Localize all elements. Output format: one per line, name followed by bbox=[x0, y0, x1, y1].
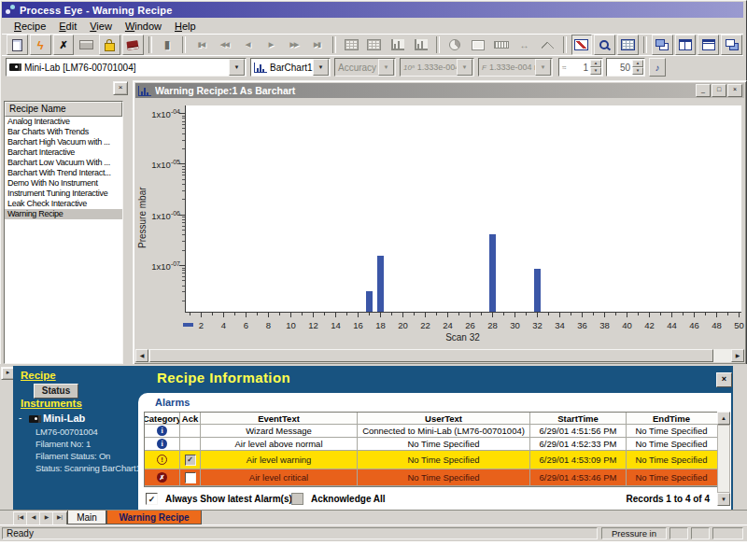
title-bar[interactable]: Process Eye - Warning Recipe bbox=[2, 2, 743, 18]
audio-alert-button[interactable]: ♪ bbox=[649, 58, 666, 77]
alarm-end-cell: No Time Specified bbox=[627, 438, 716, 450]
first-mass-spinner[interactable]: ≈ 1 ▲▼ bbox=[558, 58, 603, 77]
next-scan-button: ▶ bbox=[261, 35, 282, 55]
zoom-button[interactable] bbox=[594, 35, 615, 55]
help-book-button[interactable] bbox=[122, 35, 144, 55]
x-tick-label: 32 bbox=[529, 320, 545, 330]
last-mass-updown[interactable]: ▲▼ bbox=[632, 60, 643, 75]
lock-button[interactable] bbox=[99, 35, 120, 55]
recipe-list-item[interactable]: Bar Charts With Trends bbox=[5, 127, 122, 137]
first-mass-updown[interactable]: ▲▼ bbox=[590, 60, 601, 75]
ack-checkbox[interactable] bbox=[185, 472, 196, 483]
tree-node-minilab[interactable]: Mini-Lab bbox=[43, 413, 85, 424]
column-header-endtime[interactable]: EndTime bbox=[627, 413, 716, 424]
tab-warning-recipe[interactable]: Warning Recipe bbox=[106, 511, 202, 525]
column-header-eventtext[interactable]: EventText bbox=[201, 413, 358, 424]
alarms-scroll-up-icon[interactable]: ▲ bbox=[717, 412, 730, 425]
alarm-ack-cell[interactable] bbox=[180, 469, 201, 485]
tab-main[interactable]: Main bbox=[67, 511, 106, 525]
stop-recipe-button[interactable]: ✗ bbox=[53, 35, 75, 55]
tile-vertical-button[interactable] bbox=[675, 35, 697, 55]
x-tick bbox=[660, 313, 661, 315]
recipe-list-item[interactable]: Barchart Interactive bbox=[5, 147, 122, 158]
tab-last-icon[interactable]: ▶| bbox=[52, 511, 67, 525]
recipe-list-item[interactable]: Barchart With Trend Interact... bbox=[5, 168, 122, 178]
fullscale-dropdown: ▼ bbox=[535, 59, 551, 76]
recipe-list-item[interactable]: Barchart Low Vacuum With ... bbox=[5, 158, 122, 168]
y-minor-tick bbox=[182, 219, 185, 220]
scroll-right-icon[interactable]: ▶ bbox=[731, 349, 744, 362]
nav-link-instruments[interactable]: Instruments bbox=[21, 398, 82, 409]
recipe-list-item[interactable]: Analog Interactive bbox=[5, 117, 122, 127]
tree-expander-icon[interactable]: - bbox=[19, 413, 21, 423]
run-recipe-button[interactable]: ϟ bbox=[30, 35, 51, 55]
instrument-combo-dropdown[interactable]: ▼ bbox=[229, 59, 245, 76]
recipe-list-item[interactable]: Demo With No Instrument bbox=[5, 178, 122, 189]
menu-item-window[interactable]: Window bbox=[119, 20, 168, 33]
instrument-detail-line: LM76-00701004 bbox=[35, 426, 141, 438]
recipe-list-item[interactable]: Warning Recipe bbox=[5, 209, 122, 219]
alarm-ack-cell[interactable]: ✓ bbox=[180, 451, 201, 469]
barchart-view-button[interactable] bbox=[571, 35, 593, 55]
info-icon: i bbox=[157, 439, 167, 449]
recipe-list-item[interactable]: Barchart High Vacuum with ... bbox=[5, 137, 122, 147]
x-tick bbox=[627, 313, 627, 317]
chart-horizontal-scrollbar[interactable]: ◀ ▶ bbox=[135, 349, 744, 362]
x-tick-label: 8 bbox=[261, 320, 276, 330]
recipe-list-item[interactable]: Leak Check Interactive bbox=[5, 199, 122, 209]
column-header-starttime[interactable]: StartTime bbox=[530, 413, 627, 424]
chart-close-button[interactable]: × bbox=[727, 84, 742, 97]
cascade-windows-icon bbox=[659, 43, 669, 50]
scroll-left-icon[interactable]: ◀ bbox=[135, 349, 148, 362]
last-mass-spinner[interactable]: 50 ▲▼ bbox=[606, 58, 645, 77]
x-tick bbox=[212, 313, 213, 315]
data-table-button[interactable] bbox=[617, 35, 639, 55]
chart-minimize-button[interactable]: _ bbox=[696, 84, 711, 97]
x-tick bbox=[526, 313, 527, 315]
menu-item-view[interactable]: View bbox=[83, 20, 119, 33]
column-header-usertext[interactable]: UserText bbox=[358, 413, 530, 424]
alarm-category-cell: i bbox=[145, 438, 180, 450]
scrollbar-thumb[interactable] bbox=[149, 349, 713, 362]
instrument-combo[interactable]: Mini-Lab [LM76-00701004] ▼ bbox=[6, 58, 247, 77]
alarms-scrollbar-track[interactable] bbox=[717, 425, 730, 493]
last-mass-up-icon[interactable]: ▲ bbox=[632, 60, 643, 67]
info-panel-close-icon[interactable]: × bbox=[716, 372, 732, 387]
chart-combo[interactable]: BarChart1 ▼ bbox=[250, 58, 331, 77]
lock-icon bbox=[105, 43, 115, 51]
new-recipe-icon bbox=[12, 39, 22, 51]
chart-window-titlebar[interactable]: Warning Recipe:1 As Barchart _ □ × bbox=[135, 83, 744, 98]
first-mass-down-icon[interactable]: ▼ bbox=[590, 67, 601, 75]
new-recipe-button[interactable] bbox=[7, 35, 28, 55]
alarms-scroll-down-icon[interactable]: ▼ bbox=[717, 493, 730, 506]
acknowledge-all-checkbox[interactable] bbox=[291, 493, 303, 505]
menu-item-edit[interactable]: Edit bbox=[52, 20, 83, 33]
menu-item-recipe[interactable]: Recipe bbox=[7, 20, 52, 33]
tile-horizontal-button[interactable] bbox=[698, 35, 719, 55]
x-tick bbox=[380, 313, 381, 317]
bring-to-front-button[interactable] bbox=[721, 35, 742, 55]
column-header-ack[interactable]: Ack bbox=[180, 413, 201, 424]
ack-checkbox[interactable]: ✓ bbox=[185, 455, 196, 466]
menu-item-help[interactable]: Help bbox=[168, 20, 203, 33]
always-show-checkbox[interactable]: ✓ bbox=[146, 493, 158, 505]
recipe-list-item[interactable]: Instrument Tuning Interactive bbox=[5, 189, 122, 199]
nav-button-status[interactable]: Status bbox=[34, 384, 78, 399]
ruler-icon bbox=[494, 41, 509, 49]
cascade-windows-button[interactable] bbox=[652, 35, 673, 55]
recipe-panel-close-button[interactable]: × bbox=[113, 81, 128, 95]
chart-maximize-button[interactable]: □ bbox=[712, 84, 726, 97]
alarm-start-cell: 6/29/01 4:53:46 PM bbox=[530, 469, 627, 485]
alarm-event-cell: Air level above normal bbox=[201, 438, 358, 450]
first-mass-up-icon[interactable]: ▲ bbox=[590, 60, 601, 67]
always-show-label: Always Show latest Alarm(s) bbox=[165, 494, 292, 504]
column-header-category[interactable]: Category bbox=[145, 413, 180, 424]
nav-link-recipe[interactable]: Recipe bbox=[21, 370, 56, 381]
x-tick bbox=[402, 313, 403, 317]
recipe-list-header[interactable]: Recipe Name bbox=[5, 102, 122, 117]
x-tick bbox=[593, 313, 594, 315]
last-mass-down-icon[interactable]: ▼ bbox=[632, 67, 643, 75]
tile-horizontal-icon bbox=[702, 39, 715, 50]
chart-combo-dropdown[interactable]: ▼ bbox=[313, 59, 329, 76]
page-title: Recipe Information bbox=[157, 370, 290, 385]
